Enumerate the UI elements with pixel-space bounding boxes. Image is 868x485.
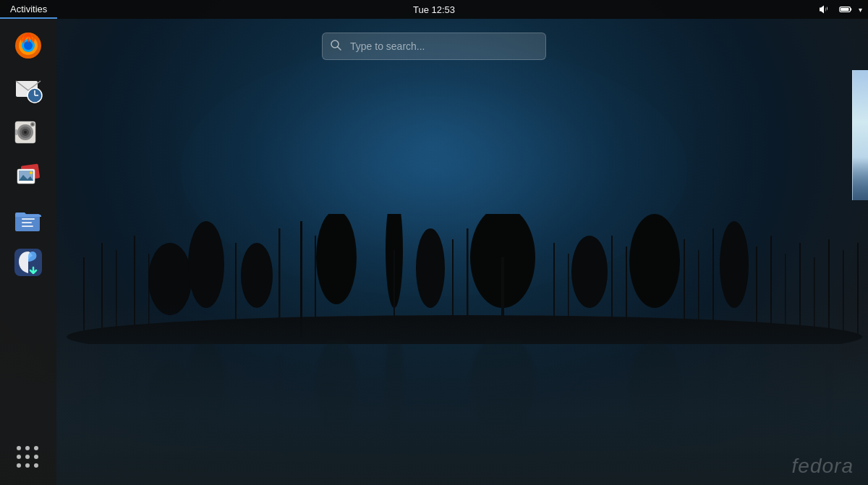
activities-button[interactable]: Activities: [0, 0, 57, 19]
window-thumbnail[interactable]: [852, 70, 868, 200]
tray-expand-icon[interactable]: ▾: [859, 6, 862, 14]
svg-rect-81: [22, 226, 33, 227]
clock: Tue 12:53: [413, 4, 455, 15]
dock-item-firefox[interactable]: [9, 26, 48, 65]
svg-point-26: [629, 214, 680, 308]
svg-point-72: [19, 122, 20, 124]
svg-rect-80: [22, 222, 32, 223]
svg-point-9: [241, 243, 273, 308]
fedora-watermark: fedora: [792, 455, 854, 478]
volume-icon[interactable]: [817, 4, 833, 15]
dock-item-files[interactable]: [9, 199, 48, 239]
svg-point-30: [720, 221, 749, 308]
svg-point-71: [17, 122, 18, 124]
svg-point-23: [571, 236, 608, 308]
svg-point-7: [188, 221, 224, 308]
svg-point-77: [30, 171, 33, 174]
search-bar: [322, 33, 546, 60]
svg-rect-54: [841, 8, 848, 11]
svg-rect-70: [15, 129, 17, 135]
search-input[interactable]: [322, 33, 546, 60]
svg-rect-79: [22, 218, 35, 220]
water-fog: [0, 304, 868, 485]
battery-icon[interactable]: [837, 5, 854, 14]
dock-item-shotwell[interactable]: [9, 156, 48, 195]
dash-dock: [0, 19, 56, 485]
grid-dots-icon: [17, 446, 40, 469]
svg-rect-53: [851, 8, 852, 10]
dock-item-rhythmbox[interactable]: [9, 113, 48, 152]
svg-point-67: [24, 131, 27, 134]
svg-point-16: [416, 228, 445, 308]
show-apps-button[interactable]: [12, 442, 44, 473]
svg-point-13: [316, 214, 357, 304]
system-tray: ▾: [817, 0, 868, 19]
svg-point-69: [32, 124, 34, 126]
desktop: fedora: [0, 0, 868, 485]
dock-item-mail[interactable]: [9, 69, 48, 108]
dock-item-fedora-install[interactable]: [9, 243, 48, 282]
topbar: Activities Tue 12:53 ▾: [0, 0, 868, 19]
